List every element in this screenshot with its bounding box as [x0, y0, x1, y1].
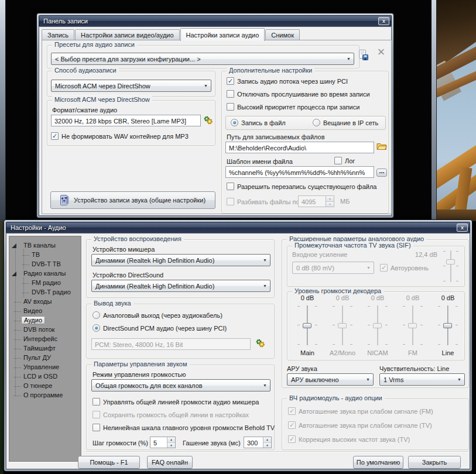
- agc-combobox[interactable]: АРУ выключено ▼: [287, 373, 374, 386]
- template-more-button[interactable]: ...: [376, 169, 387, 177]
- high-priority-checkbox[interactable]: Высокий приоритет процесса при записи: [227, 103, 359, 111]
- recording-panel-window: Панель записи x Запись Настройки записи …: [36, 13, 394, 218]
- tv-window-border-left: [0, 0, 6, 221]
- faq-button[interactable]: FAQ онлайн: [147, 456, 193, 469]
- sidebar-item-control[interactable]: Управление: [9, 363, 81, 372]
- format-field[interactable]: 32000 Hz, 128 kbps CBR, Stereo [Lame MP3…: [51, 115, 201, 126]
- tab-snapshot[interactable]: Снимок: [265, 29, 300, 40]
- volume-step-stepper[interactable]: 5 ▲▼: [150, 437, 176, 448]
- sensitivity-combobox[interactable]: 1 Vrms ▼: [379, 373, 465, 386]
- stepper-arrows[interactable]: ▲▼: [263, 437, 271, 448]
- sidebar-item-interface[interactable]: Интерфейс: [9, 335, 81, 344]
- format-config-gears-icon[interactable]: [203, 115, 213, 125]
- sidebar-item-dvbt-tv[interactable]: DVB-T ТВ: [9, 260, 81, 269]
- a2mono-volume-slider: [333, 305, 352, 346]
- decoder-slider-main: 0 dB Main: [290, 294, 325, 359]
- save-preset-icon[interactable]: [358, 50, 369, 60]
- tab-video-audio-settings[interactable]: Настройки записи видео/аудио: [75, 29, 179, 40]
- broadcast-ip-radio[interactable]: Вещание в IP сеть: [313, 119, 378, 126]
- preset-combobox[interactable]: < Выбор пресета для загрузки конфигураци…: [51, 53, 354, 65]
- slider-value: 0 dB: [395, 294, 430, 301]
- slider-thumb[interactable]: [443, 323, 452, 328]
- sound-output-group: Вывод звука Аналоговый выход (через ауди…: [86, 304, 275, 359]
- audio-method-combobox[interactable]: Microsoft ACM через DirectShow ▼: [51, 80, 211, 92]
- recording-panel-titlebar[interactable]: Панель записи x: [39, 15, 392, 26]
- acm-group-title: Microsoft ACM через DirectShow: [52, 96, 152, 103]
- sound-device-button[interactable]: Устройство записи звука (общие настройки…: [50, 191, 215, 209]
- checkbox-box: [93, 411, 100, 418]
- nonlinear-scale-checkbox[interactable]: Нелинейная шкала главного уровня громкос…: [93, 424, 275, 431]
- sidebar-item-fm-radio[interactable]: FM радио: [9, 279, 81, 288]
- sidebar-item-av-inputs[interactable]: AV входы: [9, 297, 81, 307]
- log-checkbox[interactable]: Лог: [334, 157, 355, 164]
- analog-output-radio[interactable]: Аналоговый выход (через аудиокабель): [93, 311, 222, 319]
- tab-audio-settings[interactable]: Настройки записи аудио: [180, 28, 265, 41]
- filename-template-field[interactable]: %channel% (%yy%%mm%%dd%-%hh%%nn%: [225, 166, 374, 178]
- additional-settings-group: Дополнительные настройки ✓ Запись аудио …: [221, 71, 389, 214]
- radio-dot: [231, 119, 238, 126]
- sidebar-item-tv-channels[interactable]: ТВ каналы: [9, 241, 81, 250]
- slider-thumb[interactable]: [303, 323, 311, 328]
- nonlinear-scale-checkbox-label: Нелинейная шкала главного уровня громкос…: [103, 424, 275, 431]
- mixer-master-checkbox[interactable]: Управлять общей линией громкости аудио м…: [93, 398, 259, 406]
- disable-listen-checkbox[interactable]: Отключать прослушивание во время записи: [227, 90, 370, 98]
- audio-settings-window: Настройки - Аудио x ТВ каналы ТВ DVB-T Т…: [4, 219, 472, 472]
- checkbox-check-icon: ✓: [380, 264, 388, 272]
- sidebar-item-about-program[interactable]: О программе: [9, 391, 81, 400]
- sidebar-item-dvbt-radio[interactable]: DVB-T радио: [9, 288, 81, 297]
- chevron-down-icon: ▼: [366, 377, 370, 382]
- checkbox-box: [227, 183, 234, 190]
- acm-group: Microsoft ACM через DirectShow Формат/сж…: [47, 100, 215, 146]
- overwrite-checkbox[interactable]: Разрешить перезапись существующего файла: [227, 183, 376, 190]
- tree-expander-icon[interactable]: [12, 243, 16, 248]
- slider-label: A2/Mono: [325, 349, 360, 356]
- slider-value: 0 dB: [360, 294, 395, 301]
- chevron-down-icon: ▼: [347, 57, 351, 61]
- fm-autosquelch-checkbox: ✓ Автогашение звука при слабом сигнале (…: [288, 407, 433, 415]
- tab-record[interactable]: Запись: [42, 29, 74, 40]
- pcm-output-radio[interactable]: DirectSound PCM аудио (через шину PCI): [93, 324, 227, 332]
- tv-autosquelch-checkbox: ✓ Автогашение звука при слабом сигнале (…: [288, 421, 432, 429]
- delete-preset-icon[interactable]: ×: [375, 45, 388, 59]
- main-volume-slider[interactable]: [297, 305, 317, 346]
- no-wav-checkbox[interactable]: ✓ Не формировать WAV контейнер для MP3: [51, 132, 189, 140]
- close-icon[interactable]: x: [378, 17, 389, 25]
- close-icon[interactable]: x: [457, 224, 468, 232]
- audio-method-value: Microsoft ACM через DirectShow: [55, 83, 150, 90]
- sidebar-item-dvb-stream[interactable]: DVB поток: [9, 325, 81, 335]
- help-button[interactable]: Помощь - F1: [78, 456, 140, 469]
- mute-delay-label: Гашение звука (мс): [183, 439, 241, 446]
- close-button[interactable]: Закрыть: [408, 456, 461, 469]
- volume-mode-combobox[interactable]: Общая громкость для всех каналов ▼: [91, 379, 270, 391]
- mute-delay-stepper[interactable]: 300 ▲▼: [244, 437, 272, 448]
- sidebar-item-radio-channels[interactable]: Радио каналы: [9, 269, 81, 279]
- mixer-device-combobox[interactable]: Динамики (Realtek High Definition Audio)…: [91, 254, 270, 266]
- sidebar-item-tv[interactable]: ТВ: [9, 250, 81, 260]
- sidebar-item-video[interactable]: Видео: [9, 307, 81, 316]
- tree-expander-icon[interactable]: [12, 272, 16, 276]
- directsound-device-combobox[interactable]: Динамики (Realtek High Definition Audio)…: [91, 280, 270, 292]
- settings-titlebar[interactable]: Настройки - Аудио x: [6, 222, 470, 233]
- arrow-up-icon: ▲: [167, 437, 175, 443]
- sidebar-item-remote[interactable]: Пульт ДУ: [9, 353, 81, 363]
- sidebar-item-audio[interactable]: Аудио: [9, 316, 81, 325]
- playback-group: Устройство воспроизведения Устройство ми…: [86, 239, 275, 298]
- checkbox-box: [334, 157, 342, 164]
- pci-stream-checkbox[interactable]: ✓ Запись аудио потока через шину PCI: [227, 77, 348, 85]
- hf-correction-label: Коррекция высоких частот звука (TV): [299, 436, 410, 443]
- sidebar-item-timeshift[interactable]: Таймшифт: [9, 344, 81, 353]
- directsound-device-value: Динамики (Realtek High Definition Audio): [95, 283, 214, 290]
- no-wav-checkbox-label: Не формировать WAV контейнер для MP3: [61, 133, 189, 140]
- sound-control-group: Параметры управления звуком Режим управл…: [86, 365, 275, 450]
- pcm-config-gears-icon[interactable]: [255, 338, 265, 348]
- stepper-arrows[interactable]: ▲▼: [167, 437, 175, 448]
- disable-listen-checkbox-label: Отключать прослушивание во время записи: [237, 91, 370, 98]
- sidebar-item-about-tuner[interactable]: О тюнере: [9, 382, 81, 391]
- presets-group: Пресеты для аудио записи < Выбор пресета…: [47, 45, 359, 68]
- line-volume-slider[interactable]: [438, 305, 458, 346]
- folder-icon[interactable]: [376, 142, 387, 150]
- record-to-file-radio[interactable]: Запись в файл: [231, 119, 286, 126]
- record-path-field[interactable]: M:\Beholder\Record\Audio\: [225, 142, 374, 153]
- sidebar-item-lcd-osd[interactable]: LCD и OSD: [9, 372, 81, 382]
- defaults-button[interactable]: По умолчанию: [353, 456, 403, 469]
